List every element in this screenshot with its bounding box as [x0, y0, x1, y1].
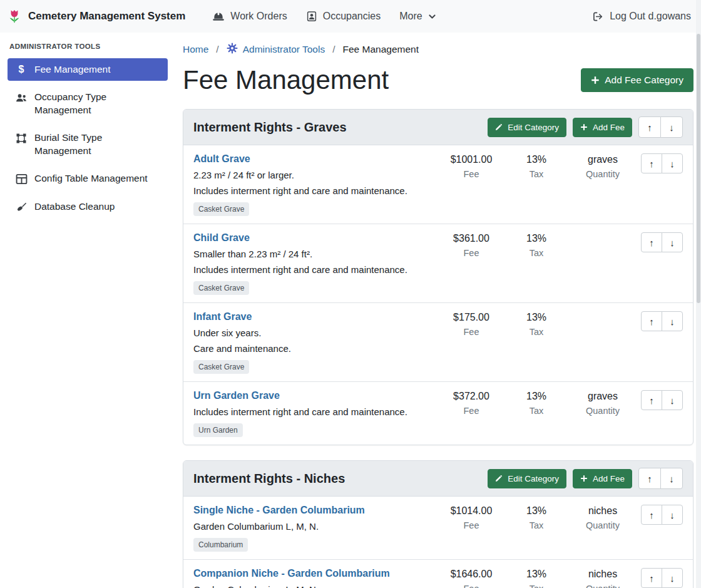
move-fee-down-button[interactable]: ↓: [662, 311, 683, 331]
move-fee-up-button[interactable]: ↑: [641, 505, 662, 525]
edit-category-button[interactable]: Edit Category: [488, 118, 566, 137]
move-fee-down-button[interactable]: ↓: [662, 568, 683, 588]
sidebar-item-config-table[interactable]: Config Table Management: [8, 167, 168, 190]
sidebar-heading: ADMINISTRATOR TOOLS: [9, 43, 168, 50]
nav-work-orders[interactable]: Work Orders: [212, 11, 287, 22]
sidebar-item-database-cleanup[interactable]: Database Cleanup: [8, 195, 168, 218]
navbar-left: Cemetery Management System Work Orders: [6, 8, 446, 24]
add-fee-category-label: Add Fee Category: [605, 75, 683, 86]
fee-info: Child Grave Smaller than 2.23 m² / 24 ft…: [193, 232, 437, 295]
main-content: Home /: [175, 33, 701, 588]
nav-occupancies-label: Occupancies: [323, 11, 381, 22]
fee-quantity: niches: [568, 569, 638, 580]
fee-row: Single Niche - Garden Columbarium Garden…: [183, 497, 693, 560]
move-fee-down-button[interactable]: ↓: [662, 153, 683, 173]
fee-tax-label: Tax: [505, 406, 568, 416]
add-fee-button[interactable]: Add Fee: [573, 118, 632, 137]
fee-name-link[interactable]: Companion Niche - Garden Columbarium: [193, 568, 390, 579]
brand-title: Cemetery Management System: [28, 10, 185, 23]
fee-name-link[interactable]: Child Grave: [193, 232, 250, 244]
arrow-up-icon: ↑: [649, 510, 654, 520]
sidebar-item-burial-site-type[interactable]: Burial Site Type Management: [8, 126, 168, 162]
fee-amount-column: $372.00 Fee: [437, 390, 505, 416]
edit-category-button[interactable]: Edit Category: [488, 469, 566, 488]
logout-link[interactable]: Log Out d.gowans: [592, 11, 691, 22]
fee-reorder-group: ↑ ↓: [638, 153, 683, 173]
nav-more[interactable]: More: [399, 11, 436, 22]
fee-description: Garden Columbarium L, M, N.: [193, 521, 432, 532]
fee-reorder-group: ↑ ↓: [638, 568, 683, 588]
arrow-up-icon: ↑: [649, 158, 654, 169]
fee-name-link[interactable]: Single Niche - Garden Columbarium: [193, 505, 365, 516]
category-header: Interment Rights - Niches Edit Category …: [183, 461, 693, 497]
fee-amount-column: $1646.00 Fee: [437, 568, 505, 588]
arrow-up-icon: ↑: [647, 473, 652, 484]
fee-info: Urn Garden Grave Includes interment righ…: [193, 390, 437, 437]
top-navbar: Cemetery Management System Work Orders: [0, 0, 701, 33]
sidebar-item-fee-management[interactable]: $ Fee Management: [8, 58, 168, 81]
fee-type-badge: Casket Grave: [193, 281, 249, 295]
arrow-up-icon: ↑: [649, 316, 654, 327]
fee-quantity-column: graves Quantity: [568, 390, 638, 416]
app-brand[interactable]: Cemetery Management System: [6, 8, 185, 24]
category-title: Interment Rights - Niches: [193, 472, 345, 486]
nav-occupancies[interactable]: Occupancies: [306, 11, 381, 22]
fee-tax-column: 13% Tax: [505, 390, 568, 416]
breadcrumb-home-link[interactable]: Home: [183, 44, 208, 55]
fee-row: Urn Garden Grave Includes interment righ…: [183, 382, 693, 445]
move-fee-down-button[interactable]: ↓: [662, 390, 683, 410]
add-fee-category-button[interactable]: Add Fee Category: [581, 68, 693, 92]
move-fee-up-button[interactable]: ↑: [641, 390, 662, 410]
logout-label: Log Out d.gowans: [610, 11, 691, 22]
fee-amount-label: Fee: [437, 248, 505, 258]
person-frame-icon: [306, 11, 317, 22]
fee-tax: 13%: [505, 154, 568, 165]
fee-quantity-column: niches Quantity: [568, 568, 638, 588]
breadcrumb-admin-tools-link[interactable]: Administrator Tools: [227, 43, 325, 56]
page-scrollbar[interactable]: [696, 0, 701, 588]
arrow-down-icon: ↓: [670, 510, 675, 520]
move-fee-up-button[interactable]: ↑: [641, 311, 662, 331]
scrollbar-thumb[interactable]: [697, 34, 700, 303]
move-category-up-button[interactable]: ↑: [638, 468, 661, 489]
fee-tax-column: 13% Tax: [505, 232, 568, 258]
move-fee-up-button[interactable]: ↑: [641, 232, 662, 252]
fee-name-link[interactable]: Urn Garden Grave: [193, 390, 280, 401]
fee-quantity-label: Quantity: [568, 406, 638, 416]
move-category-down-button[interactable]: ↓: [660, 468, 683, 489]
add-fee-button[interactable]: Add Fee: [573, 469, 632, 488]
move-category-down-button[interactable]: ↓: [660, 116, 683, 138]
users-icon: [15, 91, 28, 103]
sidebar-item-occupancy-type[interactable]: Occupancy Type Management: [8, 86, 168, 121]
plus-icon: [580, 475, 588, 482]
arrow-up-icon: ↑: [649, 237, 654, 248]
fee-tax-label: Tax: [505, 169, 568, 179]
fee-tax-label: Tax: [505, 584, 568, 588]
fee-quantity: niches: [568, 505, 638, 517]
fee-name-link[interactable]: Infant Grave: [193, 311, 252, 322]
fee-type-badge: Urn Garden: [193, 423, 243, 437]
fee-description: Care and maintenance.: [193, 343, 432, 354]
sidebar-item-label: Burial Site Type Management: [34, 132, 155, 157]
arrow-up-icon: ↑: [649, 573, 654, 584]
sidebar-item-label: Fee Management: [34, 63, 155, 76]
fee-quantity: graves: [568, 391, 638, 402]
move-category-up-button[interactable]: ↑: [638, 116, 661, 138]
breadcrumb-admin-tools-label: Administrator Tools: [243, 44, 325, 55]
arrow-down-icon: ↓: [670, 237, 675, 248]
category-actions: Edit Category Add Fee ↑ ↓: [488, 116, 683, 138]
move-fee-down-button[interactable]: ↓: [662, 505, 683, 525]
fee-tax: 13%: [505, 505, 568, 517]
fee-amount-label: Fee: [437, 327, 505, 337]
fee-amount-label: Fee: [437, 584, 505, 588]
move-fee-down-button[interactable]: ↓: [662, 232, 683, 252]
admin-sidebar: ADMINISTRATOR TOOLS $ Fee Management Occ…: [0, 33, 175, 232]
fee-tax-label: Tax: [505, 327, 568, 337]
fee-name-link[interactable]: Adult Grave: [193, 153, 250, 165]
move-fee-up-button[interactable]: ↑: [641, 568, 662, 588]
fee-amount-label: Fee: [437, 406, 505, 416]
category-actions: Edit Category Add Fee ↑ ↓: [488, 468, 683, 489]
fee-info: Companion Niche - Garden Columbarium Gar…: [193, 568, 437, 588]
page-layout: ADMINISTRATOR TOOLS $ Fee Management Occ…: [0, 33, 701, 588]
move-fee-up-button[interactable]: ↑: [641, 153, 662, 173]
